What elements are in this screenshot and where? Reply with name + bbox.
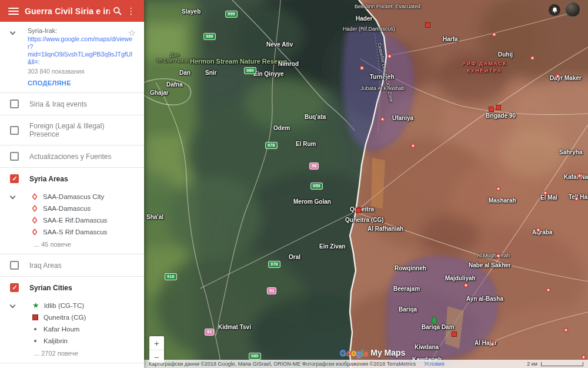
notifications-bell-icon[interactable]: [549, 4, 560, 16]
avatar[interactable]: [565, 2, 580, 17]
red-circle-marker[interactable]: [492, 32, 496, 37]
map-label: Odem: [273, 125, 290, 131]
terms-link[interactable]: Условия: [424, 361, 445, 367]
map-label: Kafar Nasej: [564, 174, 588, 180]
red-circle-marker[interactable]: [536, 228, 540, 232]
list-item-label: Quneitra (CG): [44, 314, 86, 321]
red-circle-marker[interactable]: [380, 117, 385, 121]
map-label: Dan: [179, 69, 191, 76]
list-item[interactable]: SAA-Damascus City: [0, 191, 144, 203]
list-item[interactable]: ★Idlib (CG-TC): [0, 300, 144, 311]
green-marker[interactable]: [432, 317, 437, 324]
collapse-chevron-icon[interactable]: [10, 29, 16, 35]
red-square-marker[interactable]: [425, 22, 430, 28]
checkbox-unchecked[interactable]: [10, 126, 19, 135]
vertical-dots-icon[interactable]: ⋮: [124, 4, 138, 18]
map-label: Dafna: [166, 81, 183, 88]
map-canvas[interactable]: SlayebGhajarTel Dan Nature ReserveДанHer…: [144, 0, 588, 368]
red-circle-marker[interactable]: [546, 288, 550, 292]
route-shield: 999: [225, 11, 238, 18]
map-label: Harfa: [443, 36, 458, 42]
red-circle-marker[interactable]: [556, 74, 560, 78]
map-label: Ein Qinyye: [253, 71, 284, 77]
list-item[interactable]: SAA-E Rif.Damascus: [0, 214, 144, 226]
map-label: Rowqinneh: [395, 265, 426, 271]
sidebar-header: Guerra Civil Siria e irak ⋮: [0, 0, 144, 22]
map-label: Kidmat Tsvi: [218, 324, 251, 330]
map-label: Turnejeh: [370, 74, 394, 80]
dot-icon: [34, 340, 36, 342]
zoom-in-button[interactable]: +: [149, 336, 164, 350]
hamburger-icon[interactable]: [8, 8, 19, 15]
layer-row-syrian-places[interactable]: Syrian Places: [0, 363, 144, 368]
checkbox-unchecked[interactable]: [10, 152, 19, 161]
show-more-link[interactable]: ... 45 повече: [0, 238, 144, 248]
layer-row-iraq-areas[interactable]: Iraq Areas: [0, 254, 144, 276]
scale-label: 2 км: [527, 361, 537, 367]
syria-areas-sublist: SAA-Damascus City SAA-Damascus SAA-E Rif…: [0, 190, 144, 254]
show-more-link[interactable]: ... 2702 повече: [0, 347, 144, 357]
red-circle-marker[interactable]: [411, 144, 415, 148]
map-label: Sha'al: [146, 214, 163, 220]
red-square-marker[interactable]: [356, 208, 361, 213]
checkbox-checked[interactable]: [10, 283, 19, 292]
route-shield: 91: [205, 329, 214, 336]
route-shield: 91: [267, 287, 276, 294]
list-item[interactable]: SAA-Damascus: [0, 203, 144, 214]
red-square-marker[interactable]: [496, 105, 501, 110]
layer-row-syria-areas[interactable]: Syria Areas: [0, 167, 144, 190]
red-circle-marker[interactable]: [577, 174, 582, 178]
red-circle-marker[interactable]: [464, 283, 468, 287]
layer-row-syrian-cities[interactable]: Syrian Cities: [0, 276, 144, 299]
checkbox-checked[interactable]: [10, 174, 19, 183]
layer-label: Syria Areas: [29, 175, 68, 183]
list-item-label: SAA-Damascus City: [43, 193, 104, 200]
search-icon[interactable]: [110, 4, 124, 18]
map-url-link[interactable]: https://www.google.com/maps/d/viewer? mi…: [28, 35, 136, 66]
list-item-label: SAA-Damascus: [43, 205, 91, 212]
red-circle-marker[interactable]: [387, 54, 392, 58]
map-label: Nabe al Sakher: [469, 262, 511, 268]
layer-row-siria-iraq-events[interactable]: Siria & Iraq events: [0, 93, 144, 115]
list-item[interactable]: Quneitra (CG): [0, 311, 144, 323]
list-item[interactable]: Kaljibrin: [0, 335, 144, 347]
map-label: Beit Jinn Pocket: Evacuated: [355, 4, 420, 9]
map-label: Slayeb: [182, 8, 201, 15]
map-canvas-overlays: SlayebGhajarTel Dan Nature ReserveДанHer…: [144, 0, 588, 368]
red-square-marker[interactable]: [489, 107, 494, 112]
polygon-red-icon: [32, 193, 38, 201]
map-label: Ayn al-Basha: [466, 296, 503, 302]
red-circle-marker[interactable]: [564, 328, 568, 332]
red-square-marker[interactable]: [452, 331, 457, 337]
map-url-line2[interactable]: mid=1liqnO9iSvshTLwgPB3q9sJTgfUI&ll=:: [28, 51, 136, 66]
red-circle-marker[interactable]: [490, 342, 495, 346]
map-label: Oral: [289, 254, 300, 260]
red-circle-marker[interactable]: [543, 191, 547, 195]
map-label: Quneitra (CG): [345, 217, 384, 223]
red-circle-marker[interactable]: [574, 197, 579, 201]
map-label: КУНЕЙТРА: [467, 68, 502, 74]
checkbox-unchecked[interactable]: [10, 100, 19, 108]
layer-row-actualizaciones[interactable]: Actualizaciones y Fuentes: [0, 145, 144, 167]
map-label: Aqraba: [532, 229, 552, 236]
layer-label: Syrian Cities: [29, 284, 72, 292]
red-circle-marker[interactable]: [530, 56, 534, 60]
route-shield: 98: [309, 163, 319, 170]
map-label: Ceasefire Line UNDOF Zone: [376, 42, 394, 102]
red-circle-marker[interactable]: [496, 187, 500, 191]
checkbox-unchecked[interactable]: [10, 261, 19, 270]
list-item[interactable]: SAA-S Rif Damascus: [0, 226, 144, 238]
map-label: Al Rafhaniah: [368, 226, 403, 232]
list-item[interactable]: Kafar Houm: [0, 323, 144, 335]
share-button[interactable]: СПОДЕЛЯНЕ: [28, 79, 136, 87]
list-item-label: Kafar Houm: [44, 326, 79, 333]
red-circle-marker[interactable]: [582, 355, 586, 359]
map-url-line1[interactable]: https://www.google.com/maps/d/viewer?: [28, 35, 136, 51]
layer-label: Iraq Areas: [29, 261, 62, 270]
red-circle-marker[interactable]: [496, 254, 500, 258]
map-source-label: Syria-Irak:: [28, 27, 136, 34]
map-title: Guerra Civil Siria e irak: [25, 6, 110, 16]
red-circle-marker[interactable]: [360, 66, 364, 70]
layer-row-foreign-presence[interactable]: Foreign (Legal & Illegal) Presence: [0, 115, 144, 145]
bookmark-star-icon[interactable]: ☆: [128, 28, 136, 38]
